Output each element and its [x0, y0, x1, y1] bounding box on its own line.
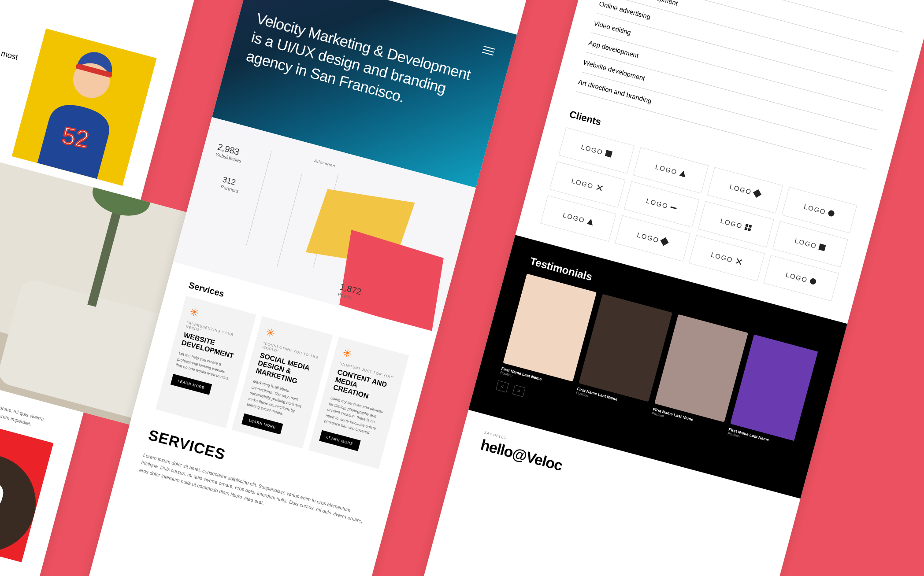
service-learn-more-button[interactable]: LEARN MORE: [319, 430, 360, 451]
asterisk-icon: ✳: [341, 346, 399, 373]
hamburger-menu-icon[interactable]: [482, 46, 495, 55]
logo-shape-icon: [735, 257, 743, 266]
logo-shape-icon: [661, 237, 669, 246]
testimonial-avatar: [503, 273, 597, 381]
testimonial-name: First Name Last Name: [804, 447, 818, 452]
logo-shape-icon: [744, 224, 752, 231]
showcase-stage: the founder Our founder tells you why Ag…: [0, 0, 924, 576]
logo-shape-icon: [809, 278, 817, 285]
logo-shape-icon: [753, 189, 761, 198]
carousel-prev-button[interactable]: <: [496, 380, 509, 393]
logo-shape-icon: [679, 170, 687, 177]
logo-shape-icon: [586, 218, 594, 225]
logo-shape-icon: [595, 184, 604, 192]
logo-shape-icon: [819, 244, 826, 251]
carousel-next-button[interactable]: >: [512, 385, 526, 397]
testimonial-avatar: [579, 294, 672, 402]
logo-shape-icon: [671, 206, 677, 209]
allocation-label: Allocation: [314, 159, 336, 168]
kid-illustration: 52 52: [12, 29, 157, 186]
logo-shape-icon: [828, 210, 835, 217]
logo-shape-icon: [605, 150, 612, 157]
svg-text:52: 52: [60, 122, 91, 152]
service-learn-more-button[interactable]: LEARN MORE: [241, 413, 283, 434]
testimonial-position: Position: [803, 452, 818, 452]
hero-headline: Velocity Marketing & Development is a UI…: [244, 8, 481, 124]
testimonial-avatar: [654, 314, 748, 422]
service-learn-more-button[interactable]: LEARN MORE: [171, 374, 212, 395]
founder-image: 52 52: [12, 29, 157, 186]
